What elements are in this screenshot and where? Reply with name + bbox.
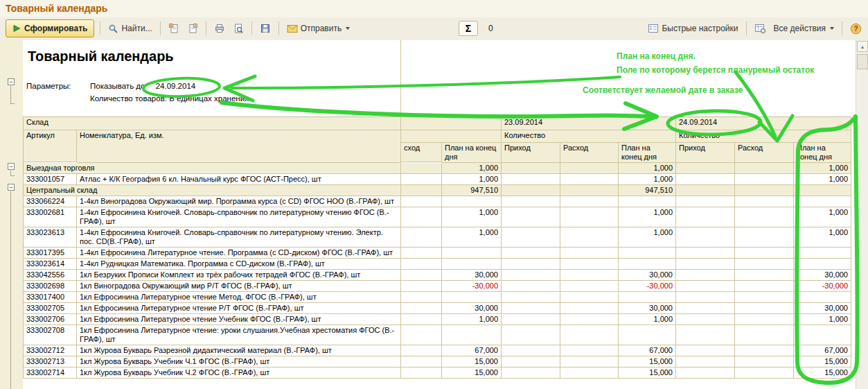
plan-cell[interactable] (442, 196, 502, 207)
rashod-partial-cell[interactable] (401, 227, 442, 248)
plan-cell[interactable]: 30,000 (619, 303, 676, 314)
plan-cell[interactable]: 1,000 (619, 227, 676, 248)
rashod-cell[interactable] (560, 185, 619, 196)
nomenklatura-cell[interactable]: Атлас + К/К География 6 кл. Начальный ку… (77, 174, 401, 185)
prihod-cell[interactable] (676, 356, 735, 368)
nomenklatura-cell[interactable]: 1кл Виноградова Окружающий мир Р/Т ФГОС … (77, 281, 401, 292)
header-sklad[interactable]: Склад (24, 117, 401, 130)
print-preview-button[interactable] (231, 21, 246, 35)
scroll-thumb[interactable] (857, 54, 868, 69)
header-date-23[interactable]: 23.09.2014 (502, 117, 676, 130)
prihod-cell[interactable] (676, 227, 735, 248)
plan-cell[interactable] (619, 259, 676, 270)
plan-cell[interactable] (442, 259, 502, 270)
rashod-cell[interactable] (560, 207, 619, 227)
group-expander-central[interactable]: − (8, 184, 15, 191)
plan-cell[interactable]: 15,000 (794, 356, 851, 368)
report-variants-button[interactable] (752, 22, 768, 35)
prihod-cell[interactable] (502, 248, 560, 259)
plan-cell[interactable]: 1,000 (442, 227, 502, 248)
artikul-cell[interactable]: 333002698 (24, 281, 77, 292)
table-row[interactable]: 3330027121кл Журова Букварь Разрезной ди… (24, 345, 851, 356)
vertical-scrollbar[interactable]: ▲ (856, 40, 868, 389)
plan-cell[interactable]: 1,000 (619, 314, 676, 325)
rashod-cell[interactable] (735, 325, 794, 345)
rashod-cell[interactable] (560, 303, 619, 314)
plan-cell[interactable]: 67,000 (619, 345, 676, 356)
rashod-partial-cell[interactable] (401, 314, 442, 325)
rashod-cell[interactable] (735, 345, 794, 356)
artikul-cell[interactable]: 333002708 (24, 325, 77, 345)
rashod-cell[interactable] (735, 314, 794, 325)
rashod-partial-cell[interactable] (401, 270, 442, 281)
plan-cell[interactable]: 1,000 (619, 163, 676, 174)
plan-cell[interactable]: 947,510 (442, 185, 502, 196)
prihod-cell[interactable] (502, 325, 560, 345)
plan-cell[interactable]: 1,000 (794, 314, 851, 325)
artikul-cell[interactable]: 333002712 (24, 345, 77, 356)
prihod-cell[interactable] (502, 174, 560, 185)
table-row[interactable]: 3330236141-4кл Рудницкая Математика. Про… (24, 259, 851, 270)
plan-cell[interactable]: 30,000 (442, 270, 502, 281)
table-row[interactable]: 3330425561кл Безруких Прописи Комплект и… (24, 270, 851, 281)
rashod-cell[interactable] (735, 163, 794, 174)
rashod-cell[interactable] (735, 281, 794, 292)
prihod-cell[interactable] (502, 259, 560, 270)
help-button[interactable]: ? (848, 21, 864, 36)
artikul-cell[interactable]: 333002681 (24, 207, 77, 227)
table-row[interactable]: 3330174001кл Ефросинина Литературное чте… (24, 292, 851, 303)
plan-cell[interactable]: 1,000 (794, 227, 851, 248)
table-row[interactable]: 3330173951-4кл Ефросинина Литературное ч… (24, 248, 851, 259)
rashod-partial-cell[interactable] (401, 248, 442, 259)
rashod-cell[interactable] (560, 325, 619, 345)
header-date-24[interactable]: 24.09.2014 (676, 117, 851, 130)
table-row[interactable]: 3330027051кл Ефросинина Литературное чте… (24, 303, 851, 314)
prihod-cell[interactable] (676, 281, 735, 292)
artikul-cell[interactable]: 333066224 (24, 196, 77, 207)
nomenklatura-cell[interactable]: 1кл Журова Букварь Учебник Ч.1 ФГОС (В.-… (77, 356, 401, 368)
plan-cell[interactable]: 30,000 (794, 270, 851, 281)
plan-cell[interactable] (794, 248, 851, 259)
plan-cell[interactable]: 1,000 (794, 174, 851, 185)
plan-cell[interactable]: -30,000 (619, 281, 676, 292)
rashod-partial-cell[interactable] (401, 259, 442, 270)
prihod-cell[interactable] (676, 163, 735, 174)
prihod-cell[interactable] (502, 303, 560, 314)
artikul-cell[interactable]: 333042556 (24, 270, 77, 281)
rashod-cell[interactable] (735, 185, 794, 196)
prihod-cell[interactable] (676, 174, 735, 185)
header-artikul[interactable]: Артикул (24, 130, 77, 162)
artikul-cell[interactable]: 333023613 (24, 227, 77, 248)
plan-cell[interactable] (442, 325, 502, 345)
rashod-cell[interactable] (560, 163, 619, 174)
plan-cell[interactable]: 1,000 (619, 174, 676, 185)
rashod-cell[interactable] (735, 196, 794, 207)
rashod-cell[interactable] (560, 356, 619, 368)
plan-cell[interactable] (794, 185, 851, 196)
prihod-cell[interactable] (502, 368, 560, 379)
rashod-cell[interactable] (735, 174, 794, 185)
table-row[interactable]: 333001057Атлас + К/К География 6 кл. Нач… (24, 174, 851, 185)
rashod-partial-cell[interactable] (401, 207, 442, 227)
rashod-cell[interactable] (560, 314, 619, 325)
plan-cell[interactable]: 30,000 (794, 303, 851, 314)
plan-cell[interactable]: -30,000 (794, 281, 851, 292)
find-button[interactable]: Найти... (106, 22, 154, 35)
table-row[interactable]: 3330026981кл Виноградова Окружающий мир … (24, 281, 851, 292)
nomenklatura-cell[interactable]: 1-4кл Ефросинина Литературное чтение. Пр… (77, 248, 401, 259)
plan-cell[interactable]: 1,000 (794, 207, 851, 227)
artikul-cell[interactable]: 333002714 (24, 368, 77, 379)
rashod-partial-cell[interactable] (401, 303, 442, 314)
paste-headers-button[interactable]: A (185, 21, 200, 35)
rashod-partial-cell[interactable] (401, 325, 442, 345)
plan-cell[interactable]: 1,000 (442, 207, 502, 227)
quick-settings-button[interactable]: Быстрые настройки (646, 22, 740, 35)
plan-cell[interactable] (619, 292, 676, 303)
plan-cell[interactable] (442, 248, 502, 259)
prihod-cell[interactable] (676, 196, 735, 207)
artikul-cell[interactable]: 333002705 (24, 303, 77, 314)
rashod-cell[interactable] (560, 248, 619, 259)
prihod-cell[interactable] (676, 303, 735, 314)
prihod-cell[interactable] (676, 270, 735, 281)
rashod-cell[interactable] (735, 227, 794, 248)
